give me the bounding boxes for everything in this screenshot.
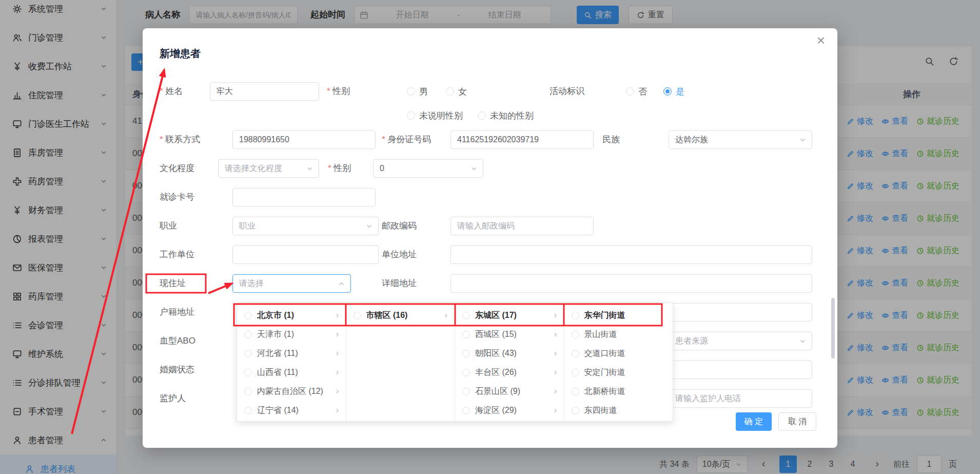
cascader-option-label: 河北省 (11): [257, 348, 329, 359]
chevron-down-icon: [365, 222, 373, 230]
cascader-option-label: 东华门街道: [584, 310, 668, 321]
modal-title: 新增患者: [160, 47, 201, 61]
gender-code-select[interactable]: 0: [373, 159, 483, 178]
radio-icon: [407, 111, 415, 120]
chevron-right-icon: [334, 312, 341, 319]
chevron-down-icon: [799, 337, 807, 345]
current-address-label: 现住址: [160, 274, 186, 293]
radio-icon: [407, 87, 415, 96]
scrollbar-thumb[interactable]: [831, 298, 835, 358]
radio-label: 否: [638, 86, 647, 98]
work-unit-label: 工作单位: [160, 245, 194, 264]
cascader-option[interactable]: 天津市 (1): [237, 325, 346, 344]
postal-code-input[interactable]: [450, 217, 594, 235]
active-flag-radio-no[interactable]: 否: [626, 82, 647, 101]
contact-input[interactable]: [232, 130, 376, 149]
cascader-option[interactable]: 丰台区 (26): [455, 363, 564, 382]
cascader-option[interactable]: 东城区 (17): [455, 306, 564, 325]
radio-icon: [244, 312, 252, 319]
name-label: 姓名: [160, 82, 183, 101]
detail-address-label: 详细地址: [382, 274, 417, 293]
current-address-select[interactable]: 请选择: [232, 274, 351, 293]
radio-icon: [478, 111, 486, 120]
cascader-option[interactable]: 东四街道: [564, 401, 673, 420]
chevron-right-icon: [334, 350, 341, 357]
detail-address-input[interactable]: [450, 274, 812, 293]
cascader-option-label: 东四街道: [584, 405, 668, 416]
close-icon[interactable]: ×: [817, 33, 825, 48]
select-value: 达斡尔族: [675, 135, 708, 145]
name-input[interactable]: [210, 82, 319, 101]
radio-icon: [244, 369, 252, 376]
cascader-option[interactable]: 安定门街道: [564, 363, 673, 382]
occupation-label: 职业: [160, 217, 177, 235]
cascader-option[interactable]: 朝阳区 (43): [455, 344, 564, 363]
chevron-right-icon: [552, 369, 559, 376]
unit-address-label: 单位地址: [382, 245, 417, 264]
education-select[interactable]: 请选择文化程度: [218, 159, 319, 178]
cascader-option-label: 北新桥街道: [584, 386, 668, 397]
household-address-label: 户籍地址: [160, 303, 194, 321]
radio-icon: [462, 407, 470, 414]
cancel-button[interactable]: 取 消: [778, 412, 816, 431]
cascader-option[interactable]: 辽宁省 (14): [237, 401, 346, 420]
cascader-option[interactable]: 北京市 (1): [237, 306, 346, 325]
marital-status-label: 婚姻状态: [160, 361, 194, 379]
radio-label: 男: [419, 86, 428, 98]
chevron-right-icon: [334, 388, 341, 395]
radio-checked-icon: [663, 87, 672, 96]
unit-address-input[interactable]: [450, 245, 812, 264]
chevron-right-icon: [552, 407, 559, 414]
cascader-option[interactable]: 西城区 (15): [455, 325, 564, 344]
radio-icon: [354, 312, 361, 319]
cascader-option-label: 北京市 (1): [257, 310, 329, 321]
cascader-option[interactable]: 北新桥街道: [564, 382, 673, 401]
chevron-right-icon: [334, 369, 341, 376]
cascader-option[interactable]: 内蒙古自治区 (12): [237, 382, 346, 401]
cascader-option[interactable]: 景山街道: [564, 325, 673, 344]
blood-type-label: 血型ABO: [160, 332, 195, 350]
gender-radio-unknown[interactable]: 未知的性别: [478, 106, 534, 125]
select-placeholder: 患者来源: [675, 336, 708, 347]
patient-source-select[interactable]: 患者来源: [669, 332, 812, 350]
chevron-right-icon: [552, 331, 559, 338]
cascader-option-label: 市辖区 (16): [366, 310, 438, 321]
cascader-option[interactable]: 海淀区 (29): [455, 401, 564, 420]
chevron-down-icon: [470, 165, 478, 173]
ethnicity-select[interactable]: 达斡尔族: [669, 130, 812, 149]
cascader-option[interactable]: 交道口街道: [564, 344, 673, 363]
cascader-option[interactable]: 河北省 (11): [237, 344, 346, 363]
guardian-phone-input[interactable]: [669, 389, 812, 408]
chevron-right-icon: [552, 388, 559, 395]
gender-label: 性别: [327, 82, 350, 101]
gender-radio-male[interactable]: 男: [407, 82, 428, 101]
cascader-option-label: 西城区 (15): [475, 329, 547, 340]
radio-icon: [244, 331, 252, 338]
gender-radio-unspecified[interactable]: 未说明性别: [407, 106, 463, 125]
chevron-right-icon: [334, 407, 341, 414]
id-number-input[interactable]: [450, 130, 594, 149]
select-placeholder: 请选择文化程度: [225, 163, 282, 174]
radio-icon: [462, 312, 470, 319]
radio-label: 未知的性别: [490, 110, 534, 122]
confirm-button[interactable]: 确 定: [736, 412, 772, 431]
cascader-option[interactable]: 市辖区 (16): [346, 306, 455, 325]
radio-icon: [244, 350, 252, 357]
cascader-option[interactable]: 山西省 (11): [237, 363, 346, 382]
radio-icon: [626, 87, 634, 96]
cascader-option[interactable]: 石景山区 (9): [455, 382, 564, 401]
gender-code-label: 性别: [328, 159, 351, 178]
guardian-label: 监护人: [160, 389, 186, 408]
cascader-panel: 北京市 (1)天津市 (1)河北省 (11)山西省 (11)内蒙古自治区 (12…: [237, 302, 673, 422]
work-unit-input[interactable]: [232, 245, 379, 264]
cascader-option-label: 辽宁省 (14): [257, 405, 329, 416]
active-flag-radio-yes[interactable]: 是: [663, 82, 684, 101]
cascader-column: 北京市 (1)天津市 (1)河北省 (11)山西省 (11)内蒙古自治区 (12…: [237, 303, 346, 421]
gender-radio-female[interactable]: 女: [446, 82, 467, 101]
radio-icon: [462, 350, 470, 357]
occupation-select[interactable]: 职业: [232, 217, 379, 235]
radio-icon: [462, 331, 470, 338]
postal-code-label: 邮政编码: [382, 217, 417, 235]
cascader-option[interactable]: 东华门街道: [564, 306, 673, 325]
visit-card-input[interactable]: [232, 188, 376, 206]
